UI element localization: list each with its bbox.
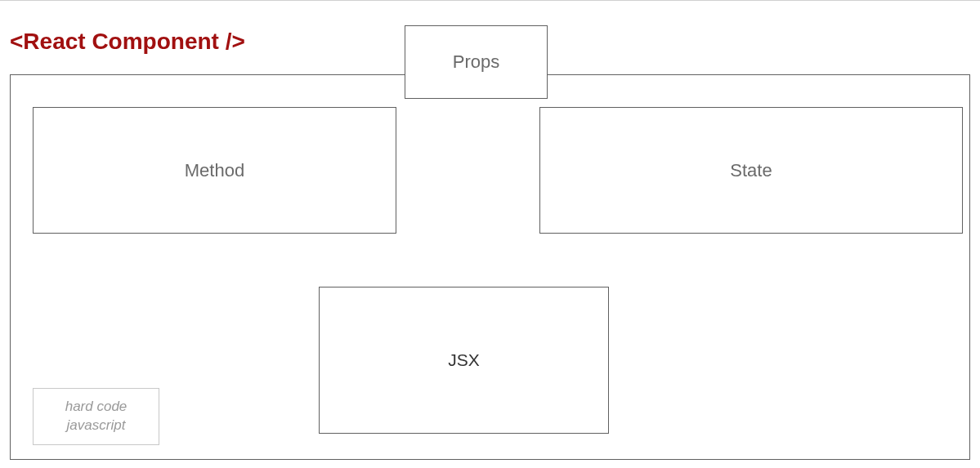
hardcode-note-box: hard code javascript [33,388,159,445]
jsx-label: JSX [448,350,480,370]
method-box: Method [33,107,396,234]
props-box: Props [405,25,548,99]
state-label: State [730,160,772,181]
hardcode-line1: hard code [65,399,128,414]
props-label: Props [453,51,499,73]
hardcode-note-text: hard code javascript [65,398,128,435]
hardcode-line2: javascript [67,417,126,433]
diagram-title: <React Component /> [10,29,245,55]
method-label: Method [185,160,244,181]
state-box: State [539,107,963,234]
jsx-box: JSX [319,287,609,434]
